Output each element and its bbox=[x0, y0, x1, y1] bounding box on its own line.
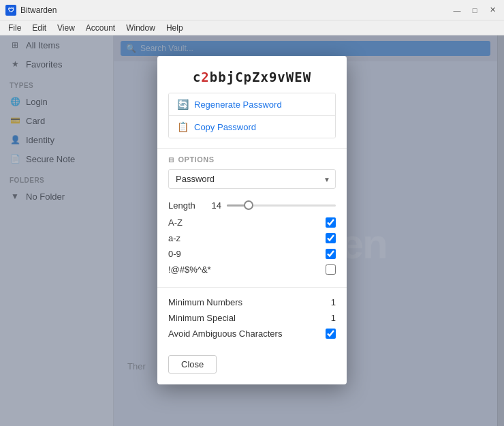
special-chars-checkbox[interactable] bbox=[326, 264, 336, 275]
avoid-ambiguous-checkbox[interactable] bbox=[326, 329, 336, 339]
maximize-button[interactable]: □ bbox=[469, 4, 481, 16]
length-value: 14 bbox=[208, 200, 221, 211]
menu-file[interactable]: File bbox=[3, 22, 27, 34]
option-row-09: 0-9 bbox=[168, 246, 336, 262]
modal-actions: 🔄 Regenerate Password 📋 Copy Password bbox=[168, 93, 336, 138]
regenerate-password-button[interactable]: 🔄 Regenerate Password bbox=[169, 93, 335, 115]
avoid-ambiguous-row: Avoid Ambiguous Characters bbox=[168, 326, 336, 341]
type-select-wrap: Password Passphrase ▼ bbox=[168, 169, 336, 189]
type-select[interactable]: Password Passphrase bbox=[168, 169, 336, 189]
password-generator-modal: c2bbjCpZx9vWEW 🔄 Regenerate Password 📋 C… bbox=[157, 56, 347, 384]
regenerate-label: Regenerate Password bbox=[194, 100, 282, 110]
password-display: c2bbjCpZx9vWEW bbox=[168, 70, 336, 85]
copy-icon: 📋 bbox=[177, 121, 189, 132]
options-grid: Length 14 A-Z bbox=[168, 196, 336, 277]
az-lower-checkbox[interactable] bbox=[326, 233, 336, 243]
title-bar: 🛡 Bitwarden — □ ✕ bbox=[0, 0, 504, 20]
min-section: Minimum Numbers 1 Minimum Special 1 Avoi… bbox=[157, 290, 347, 348]
length-row: Length 14 bbox=[168, 196, 336, 215]
option-row-special: !@#$%^&* bbox=[168, 262, 336, 277]
window-controls: — □ ✕ bbox=[451, 4, 499, 16]
min-special-row: Minimum Special 1 bbox=[168, 310, 336, 326]
slider-track bbox=[227, 204, 336, 207]
09-checkbox[interactable] bbox=[326, 249, 336, 259]
menu-edit[interactable]: Edit bbox=[27, 22, 52, 34]
modal-overlay: c2bbjCpZx9vWEW 🔄 Regenerate Password 📋 C… bbox=[0, 35, 504, 426]
options-section: ⊟ OPTIONS Password Passphrase ▼ Length 1… bbox=[157, 148, 347, 284]
09-label: 0-9 bbox=[168, 249, 326, 259]
options-label: OPTIONS bbox=[178, 155, 215, 164]
menu-view[interactable]: View bbox=[52, 22, 80, 34]
option-row-az: A-Z bbox=[168, 215, 336, 230]
password-highlight-char: 2 bbox=[201, 70, 209, 85]
collapse-icon: ⊟ bbox=[168, 156, 174, 164]
special-chars-label: !@#$%^&* bbox=[168, 264, 326, 275]
menu-account[interactable]: Account bbox=[80, 22, 121, 34]
close-button[interactable]: Close bbox=[168, 355, 217, 374]
length-slider-wrap bbox=[227, 198, 336, 212]
min-special-label: Minimum Special bbox=[168, 313, 322, 323]
app-title: Bitwarden bbox=[20, 5, 451, 15]
menu-bar: File Edit View Account Window Help bbox=[0, 20, 504, 35]
regenerate-icon: 🔄 bbox=[177, 99, 189, 110]
min-numbers-value: 1 bbox=[322, 297, 336, 307]
min-numbers-row: Minimum Numbers 1 bbox=[168, 294, 336, 310]
copy-label: Copy Password bbox=[194, 122, 256, 132]
modal-footer: Close bbox=[157, 348, 347, 384]
length-label: Length bbox=[168, 200, 202, 211]
app-icon: 🛡 bbox=[5, 5, 16, 16]
copy-password-button[interactable]: 📋 Copy Password bbox=[169, 115, 335, 138]
min-numbers-label: Minimum Numbers bbox=[168, 297, 322, 307]
menu-help[interactable]: Help bbox=[161, 22, 189, 34]
az-lower-label: a-z bbox=[168, 233, 326, 243]
options-header: ⊟ OPTIONS bbox=[168, 155, 336, 164]
option-row-az-lower: a-z bbox=[168, 230, 336, 246]
menu-window[interactable]: Window bbox=[121, 22, 161, 34]
slider-thumb[interactable] bbox=[244, 200, 253, 210]
az-checkbox[interactable] bbox=[326, 217, 336, 228]
modal-password-section: c2bbjCpZx9vWEW 🔄 Regenerate Password 📋 C… bbox=[157, 56, 347, 148]
minimize-button[interactable]: — bbox=[451, 4, 463, 16]
az-label: A-Z bbox=[168, 217, 326, 228]
avoid-ambiguous-label: Avoid Ambiguous Characters bbox=[168, 329, 326, 339]
modal-divider bbox=[157, 287, 347, 288]
app-container: ⊞ All Items ★ Favorites TYPES 🌐 Login 💳 … bbox=[0, 35, 504, 426]
min-special-value: 1 bbox=[322, 313, 336, 323]
close-button[interactable]: ✕ bbox=[486, 4, 499, 16]
